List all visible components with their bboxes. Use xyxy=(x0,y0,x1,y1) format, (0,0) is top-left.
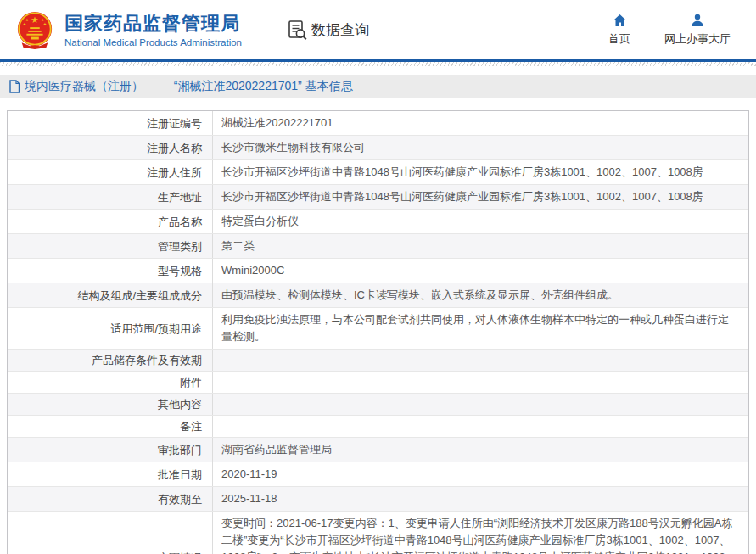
site-subtitle: National Medical Products Administration xyxy=(64,37,242,48)
table-row-approval-department: 审批部门 湖南省药品监督管理局 xyxy=(8,438,748,462)
row-label: 附件 xyxy=(8,372,213,393)
row-value: 利用免疫比浊法原理，与本公司配套试剂共同使用，对人体液体生物样本中特定的一种或几… xyxy=(213,308,748,349)
national-emblem-icon: ★ ★ ★ ★ ★ xyxy=(15,10,54,49)
row-label: 型号规格 xyxy=(8,259,213,283)
table-row-reg-number: 注册证编号 湘械注准20202221701 xyxy=(8,111,748,136)
row-value: 长沙市开福区沙坪街道中青路1048号山河医药健康产业园标准厂房3栋1001、10… xyxy=(213,185,748,209)
info-table: 注册证编号 湘械注准20202221701 注册人名称 长沙市微米生物科技有限公… xyxy=(7,110,749,554)
row-label: 注册人名称 xyxy=(8,136,213,159)
table-row-product-name: 产品名称 特定蛋白分析仪 xyxy=(8,210,748,234)
site-header: ★ ★ ★ ★ ★ 国家药品监督管理局 National Medical Pro… xyxy=(0,0,756,62)
row-value xyxy=(213,350,748,371)
row-label: 产品储存条件及有效期 xyxy=(8,350,213,371)
table-row-registrant-name: 注册人名称 长沙市微米生物科技有限公司 xyxy=(8,136,748,160)
row-value: 长沙市微米生物科技有限公司 xyxy=(213,136,748,159)
data-query-label: 数据查询 xyxy=(311,20,369,40)
nav-home-label: 首页 xyxy=(608,31,630,47)
row-label: 有效期至 xyxy=(8,487,213,511)
table-row-composition: 结构及组成/主要组成成分 由预温模块、检测体模块、IC卡读写模块、嵌入式系统及显… xyxy=(8,283,748,308)
table-row-attachments: 附件 xyxy=(8,372,748,394)
row-value: 2025-11-18 xyxy=(213,487,748,511)
table-row-intended-use: 适用范围/预期用途 利用免疫比浊法原理，与本公司配套试剂共同使用，对人体液体生物… xyxy=(8,308,748,350)
table-row-approval-date: 批准日期 2020-11-19 xyxy=(8,462,748,487)
row-value: 第二类 xyxy=(213,234,748,258)
row-label: 注册证编号 xyxy=(8,111,213,135)
svg-text:★: ★ xyxy=(41,18,44,22)
home-icon xyxy=(613,13,627,27)
hatch-strip xyxy=(0,62,756,66)
data-query-section[interactable]: 数据查询 xyxy=(286,19,369,42)
row-value xyxy=(213,394,748,415)
row-label: 适用范围/预期用途 xyxy=(8,308,213,349)
row-value: 2020-11-19 xyxy=(213,462,748,486)
breadcrumb: 境内医疗器械（注册） —— “湘械注准20202221701” 基本信息 xyxy=(0,75,756,98)
svg-text:★: ★ xyxy=(31,14,38,25)
row-label: 批准日期 xyxy=(8,462,213,486)
site-logo[interactable]: ★ ★ ★ ★ ★ 国家药品监督管理局 National Medical Pro… xyxy=(15,10,242,49)
svg-text:★: ★ xyxy=(23,22,26,26)
site-titles: 国家药品监督管理局 National Medical Products Admi… xyxy=(64,13,242,48)
row-label: 审批部门 xyxy=(8,438,213,462)
row-value xyxy=(213,416,748,437)
page-icon xyxy=(8,80,20,93)
row-label: 生产地址 xyxy=(8,185,213,209)
person-icon xyxy=(691,13,704,27)
table-row-change-record: 变更情况 变更时间：2021-06-17变更内容：1、变更申请人住所由“浏阳经济… xyxy=(8,512,748,554)
breadcrumb-text: 境内医疗器械（注册） —— “湘械注准20202221701” 基本信息 xyxy=(25,79,353,94)
table-row-remarks: 备注 xyxy=(8,416,748,438)
nav-service-hall-label: 网上办事大厅 xyxy=(664,31,731,47)
row-value xyxy=(213,372,748,393)
table-row-production-address: 生产地址 长沙市开福区沙坪街道中青路1048号山河医药健康产业园标准厂房3栋10… xyxy=(8,185,748,210)
row-value: 长沙市开福区沙坪街道中青路1048号山河医药健康产业园标准厂房3栋1001、10… xyxy=(213,160,748,184)
row-label: 产品名称 xyxy=(8,210,213,233)
row-value: 湘械注准20202221701 xyxy=(213,111,748,135)
row-label: 结构及组成/主要组成成分 xyxy=(8,283,213,307)
table-row-valid-until: 有效期至 2025-11-18 xyxy=(8,487,748,512)
nmpa-data-query-page: { "brand": { "title_cn": "国家药品监督管理局", "t… xyxy=(0,0,756,554)
data-query-icon xyxy=(286,19,309,42)
svg-text:★: ★ xyxy=(43,22,47,26)
table-row-other-content: 其他内容 xyxy=(8,394,748,416)
nav-home[interactable]: 首页 xyxy=(608,13,630,47)
site-title: 国家药品监督管理局 xyxy=(64,13,242,35)
nav-service-hall[interactable]: 网上办事大厅 xyxy=(664,13,731,47)
table-row-storage-conditions: 产品储存条件及有效期 xyxy=(8,350,748,372)
row-label: 变更情况 xyxy=(8,512,213,554)
row-label: 管理类别 xyxy=(8,234,213,258)
row-value: 湖南省药品监督管理局 xyxy=(213,438,748,462)
row-label: 注册人住所 xyxy=(8,160,213,184)
row-value: 变更时间：2021-06-17变更内容：1、变更申请人住所由“浏阳经济技术开发区… xyxy=(213,512,748,554)
svg-text:★: ★ xyxy=(25,18,29,22)
top-nav: 首页 网上办事大厅 xyxy=(608,13,731,47)
row-value: Wmini2000C xyxy=(213,259,748,283)
table-row-management-category: 管理类别 第二类 xyxy=(8,234,748,259)
row-value: 特定蛋白分析仪 xyxy=(213,210,748,233)
row-label: 其他内容 xyxy=(8,394,213,415)
row-value: 由预温模块、检测体模块、IC卡读写模块、嵌入式系统及显示屏、外壳组件组成。 xyxy=(213,283,748,307)
table-row-model-spec: 型号规格 Wmini2000C xyxy=(8,259,748,283)
row-label: 备注 xyxy=(8,416,213,437)
table-row-registrant-address: 注册人住所 长沙市开福区沙坪街道中青路1048号山河医药健康产业园标准厂房3栋1… xyxy=(8,160,748,185)
